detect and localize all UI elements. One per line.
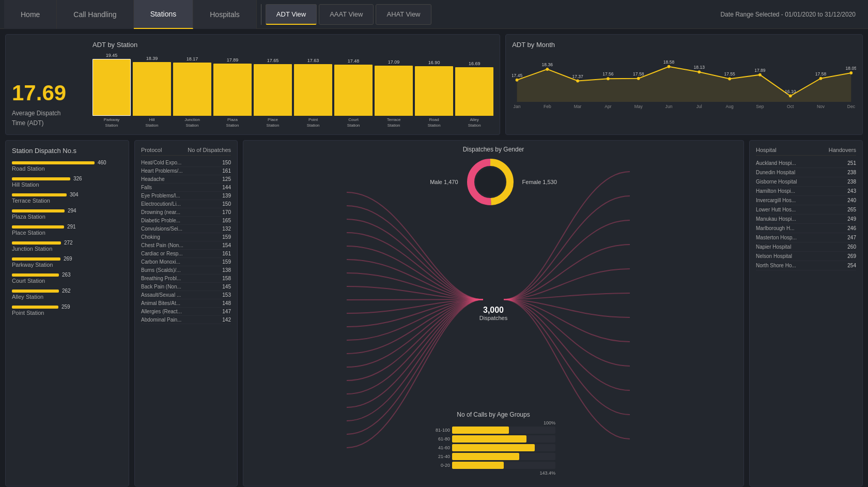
svg-text:Jul: Jul bbox=[696, 104, 702, 109]
protocol-name: Choking bbox=[141, 234, 215, 240]
hospital-handovers: 269 bbox=[847, 253, 856, 259]
bar bbox=[254, 64, 292, 116]
station-name: Parkway Station bbox=[12, 262, 122, 268]
view-tab-aaat[interactable]: AAAT View bbox=[319, 4, 374, 25]
bar-group: 16.69 AlleyStation bbox=[455, 61, 493, 128]
bar-label: TerraceStation bbox=[387, 117, 401, 128]
protocol-name: Falls bbox=[141, 185, 215, 190]
hospital-name: Invercargill Hos... bbox=[756, 197, 796, 203]
svg-point-3 bbox=[546, 68, 549, 71]
bar-group: 18.39 HillStation bbox=[133, 56, 171, 128]
protocol-count: 170 bbox=[215, 209, 231, 215]
protocol-row: Burns (Scalds)/... 138 bbox=[141, 266, 231, 275]
nav-tab-home[interactable]: Home bbox=[4, 0, 57, 29]
station-count-row: 263 bbox=[12, 272, 122, 278]
station-count: 272 bbox=[64, 240, 73, 246]
bar-label: AlleyStation bbox=[468, 117, 481, 128]
station-count: 291 bbox=[67, 224, 76, 230]
nav-divider bbox=[261, 4, 261, 25]
bar-value: 17.65 bbox=[267, 58, 279, 63]
protocol-row: Eye Problems/l... 139 bbox=[141, 192, 231, 200]
bar bbox=[213, 64, 252, 116]
protocol-name: Diabetic Proble... bbox=[141, 218, 215, 223]
station-count-row: 326 bbox=[12, 176, 122, 181]
bottom-row: Station Dispatch No.s 460 Road Station 3… bbox=[5, 140, 863, 486]
adt-month-line-chart: 17.45Jan18.36Feb17.37Mar17.56Apr17.58May… bbox=[512, 53, 856, 120]
svg-point-18 bbox=[698, 70, 701, 73]
hospital-name: Masterton Hosp... bbox=[756, 235, 797, 240]
protocol-name: Burns (Scalds)/... bbox=[141, 267, 215, 273]
protocol-name: Back Pain (Non... bbox=[141, 284, 215, 290]
age-bar-fill bbox=[452, 444, 535, 451]
protocol-row: Convulsions/Sei... 132 bbox=[141, 225, 231, 233]
view-tab-adt[interactable]: ADT View bbox=[266, 4, 317, 25]
bar-group: 17.89 PlazaStation bbox=[213, 57, 252, 128]
station-count-row: 294 bbox=[12, 208, 122, 214]
station-name: Road Station bbox=[12, 165, 122, 172]
protocol-count: 159 bbox=[215, 234, 231, 240]
protocol-row: Diabetic Proble... 165 bbox=[141, 217, 231, 225]
bar-value: 19.45 bbox=[106, 53, 118, 58]
svg-text:Jan: Jan bbox=[514, 104, 521, 109]
svg-text:Jun: Jun bbox=[665, 104, 673, 109]
nav-tab-stations[interactable]: Stations bbox=[134, 0, 194, 29]
protocol-name: Convulsions/Sei... bbox=[141, 226, 215, 232]
svg-text:17.55: 17.55 bbox=[724, 71, 736, 77]
hospital-row: Marlborough H... 246 bbox=[756, 224, 856, 233]
bar-label: HillStation bbox=[146, 117, 159, 128]
station-bar-item: 259 Point Station bbox=[12, 304, 122, 316]
protocol-count: 145 bbox=[215, 284, 231, 290]
adt-station-card: 17.69 Average DispatchTime (ADT) ADT by … bbox=[5, 34, 500, 135]
hospital-header: Hospital Handovers bbox=[756, 147, 856, 156]
station-name: Place Station bbox=[12, 230, 122, 236]
age-bar-row: 61-80 bbox=[431, 435, 555, 443]
age-pct-bottom: 143.4% bbox=[431, 470, 555, 476]
station-count: 294 bbox=[68, 208, 76, 214]
main-content: 17.69 Average DispatchTime (ADT) ADT by … bbox=[0, 29, 868, 487]
top-row: 17.69 Average DispatchTime (ADT) ADT by … bbox=[5, 34, 863, 135]
hospital-name: Hamilton Hospi... bbox=[756, 188, 795, 194]
station-bar bbox=[12, 209, 65, 212]
hospital-handovers: 265 bbox=[847, 207, 856, 212]
protocol-count: 125 bbox=[215, 176, 231, 182]
protocol-count: 154 bbox=[215, 242, 231, 248]
svg-text:17.58: 17.58 bbox=[633, 71, 644, 77]
svg-point-0 bbox=[516, 79, 519, 82]
hospital-handovers: 254 bbox=[847, 263, 856, 268]
bar-group: 16.90 RoadStation bbox=[415, 60, 453, 128]
bar bbox=[133, 62, 171, 116]
svg-point-9 bbox=[607, 77, 610, 80]
protocol-count: 150 bbox=[215, 201, 231, 207]
hospital-row: Manukau Hospi... 249 bbox=[756, 215, 856, 224]
age-bar-bg bbox=[452, 453, 555, 460]
adt-value: 17.69 bbox=[12, 81, 84, 105]
view-tab-ahat[interactable]: AHAT View bbox=[376, 4, 431, 25]
svg-text:Aug: Aug bbox=[726, 104, 734, 109]
bar-label: PlaceStation bbox=[267, 117, 280, 128]
bar-value: 16.69 bbox=[469, 61, 481, 66]
protocol-name: Abdominal Pain... bbox=[141, 317, 215, 323]
protocol-row: Carbon Monoxi... 159 bbox=[141, 258, 231, 266]
hospital-handovers: 240 bbox=[847, 197, 856, 203]
age-bar-bg bbox=[452, 462, 555, 469]
hospital-card: Hospital Handovers Auckland Hospi... 251… bbox=[749, 140, 863, 486]
protocol-name: Headache bbox=[141, 176, 215, 182]
age-label: 81-100 bbox=[431, 428, 450, 433]
nav-tab-call-handling[interactable]: Call Handling bbox=[57, 0, 133, 29]
age-bar-bg bbox=[452, 444, 555, 451]
hospital-name: Napier Hospital bbox=[756, 244, 791, 250]
bar bbox=[415, 66, 453, 116]
bar-value: 17.48 bbox=[348, 58, 360, 64]
station-count: 259 bbox=[61, 304, 70, 310]
nav-tab-hospitals[interactable]: Hospitals bbox=[193, 0, 257, 29]
station-count: 326 bbox=[73, 176, 82, 181]
bar-label: JunctionStation bbox=[184, 117, 200, 128]
station-bar-list: 460 Road Station 326 Hill Station 304 Te… bbox=[12, 160, 122, 316]
hospital-rows: Auckland Hospi... 251 Dunedin Hospital 2… bbox=[756, 159, 856, 270]
station-name: Terrace Station bbox=[12, 197, 122, 204]
hospital-row: Napier Hospital 260 bbox=[756, 242, 856, 252]
protocol-name: Breathing Probl... bbox=[141, 276, 215, 281]
sankey-card: Dispatches by Gender Male 1,470 Female 1… bbox=[243, 140, 744, 486]
protocol-row: Abdominal Pain... 142 bbox=[141, 316, 231, 324]
bar bbox=[92, 59, 131, 116]
